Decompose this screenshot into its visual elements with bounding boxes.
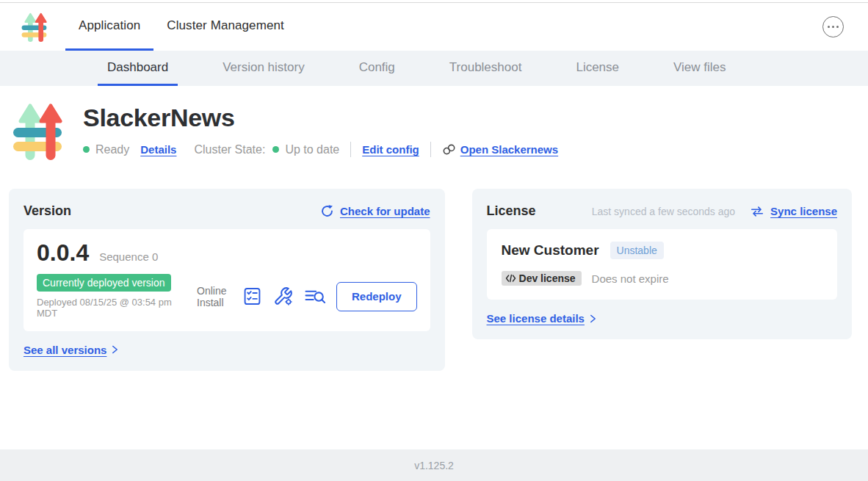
license-card-title: License xyxy=(487,203,536,219)
sync-arrows-icon xyxy=(750,206,764,217)
install-type-label: Online Install xyxy=(197,285,235,308)
divider xyxy=(430,142,431,157)
cluster-state-text: Up to date xyxy=(285,143,339,156)
chevron-right-icon xyxy=(590,314,596,324)
last-synced-text: Last synced a few seconds ago xyxy=(592,206,735,217)
tab-cluster-management[interactable]: Cluster Management xyxy=(153,3,297,51)
app-title-block: SlackerNews Ready Details Cluster State:… xyxy=(0,86,868,162)
top-nav-tabs: Application Cluster Management xyxy=(65,3,297,51)
tab-config[interactable]: Config xyxy=(350,51,405,86)
current-version-panel: 0.0.4 Sequence 0 Currently deployed vers… xyxy=(23,229,430,331)
license-type-badge: Dev license xyxy=(502,271,582,286)
divider xyxy=(350,142,351,157)
dashboard-main: SlackerNews Ready Details Cluster State:… xyxy=(0,86,868,449)
top-navbar: Application Cluster Management xyxy=(0,3,868,51)
see-all-versions-link[interactable]: See all versions xyxy=(23,344,430,356)
see-license-details-label: See license details xyxy=(487,312,585,325)
version-number: 0.0.4 xyxy=(37,239,89,267)
status-details-link[interactable]: Details xyxy=(140,143,176,156)
edit-config-link[interactable]: Edit config xyxy=(362,143,419,156)
customer-name: New Customer xyxy=(502,242,599,258)
app-subnav: Dashboard Version history Config Trouble… xyxy=(0,51,868,86)
tab-view-files[interactable]: View files xyxy=(664,51,736,86)
preflight-checklist-icon[interactable] xyxy=(242,286,262,306)
more-options-button[interactable] xyxy=(822,16,844,37)
refresh-icon xyxy=(320,204,334,218)
redeploy-button[interactable]: Redeploy xyxy=(336,282,417,311)
license-card: License Last synced a few seconds ago Sy… xyxy=(472,189,852,339)
dashboard-cards: Version Check for update 0.0.4 Sequence … xyxy=(9,189,852,371)
app-status-text: Ready xyxy=(95,143,129,156)
check-update-link[interactable]: Check for update xyxy=(320,204,430,218)
tab-version-history[interactable]: Version history xyxy=(213,51,314,86)
check-update-label: Check for update xyxy=(340,205,430,217)
tab-application[interactable]: Application xyxy=(65,3,153,51)
chevron-right-icon xyxy=(112,344,118,355)
see-license-details-link[interactable]: See license details xyxy=(487,312,837,325)
deployed-status-badge: Currently deployed version xyxy=(37,274,171,292)
deploy-logs-search-icon[interactable] xyxy=(304,287,326,305)
slackernews-logo-large xyxy=(12,101,62,162)
app-status-row: Ready Details Cluster State: Up to date … xyxy=(83,142,558,157)
open-app-label: Open Slackernews xyxy=(460,143,558,156)
sequence-label: Sequence 0 xyxy=(99,250,158,263)
sync-license-link[interactable]: Sync license xyxy=(770,205,837,217)
link-chain-icon xyxy=(442,143,456,156)
app-status-dot xyxy=(83,146,90,153)
console-version: v1.125.2 xyxy=(414,460,454,471)
tab-troubleshoot[interactable]: Troubleshoot xyxy=(440,51,532,86)
ellipsis-icon xyxy=(828,26,831,29)
channel-badge: Unstable xyxy=(610,242,664,259)
app-logo-small xyxy=(21,3,48,51)
config-wrench-gear-icon[interactable] xyxy=(273,286,293,306)
cluster-state-label: Cluster State: xyxy=(194,143,265,156)
code-brackets-icon xyxy=(505,274,516,283)
see-all-versions-label: See all versions xyxy=(23,344,106,356)
license-summary-panel: New Customer Unstable Dev license xyxy=(487,229,837,300)
version-card-title: Version xyxy=(23,203,71,219)
open-app-link[interactable]: Open Slackernews xyxy=(442,143,558,156)
expiration-text: Does not expire xyxy=(592,272,669,285)
tab-dashboard[interactable]: Dashboard xyxy=(98,51,178,86)
deployed-timestamp: Deployed 08/15/25 @ 03:54 pm MDT xyxy=(37,297,195,319)
tab-license[interactable]: License xyxy=(566,51,629,86)
version-card: Version Check for update 0.0.4 Sequence … xyxy=(9,189,445,371)
console-footer: v1.125.2 xyxy=(0,449,868,481)
page-title: SlackerNews xyxy=(83,104,558,132)
cluster-status-dot xyxy=(272,146,279,153)
license-type-label: Dev license xyxy=(519,272,576,284)
slackernews-logo-icon xyxy=(21,12,48,43)
